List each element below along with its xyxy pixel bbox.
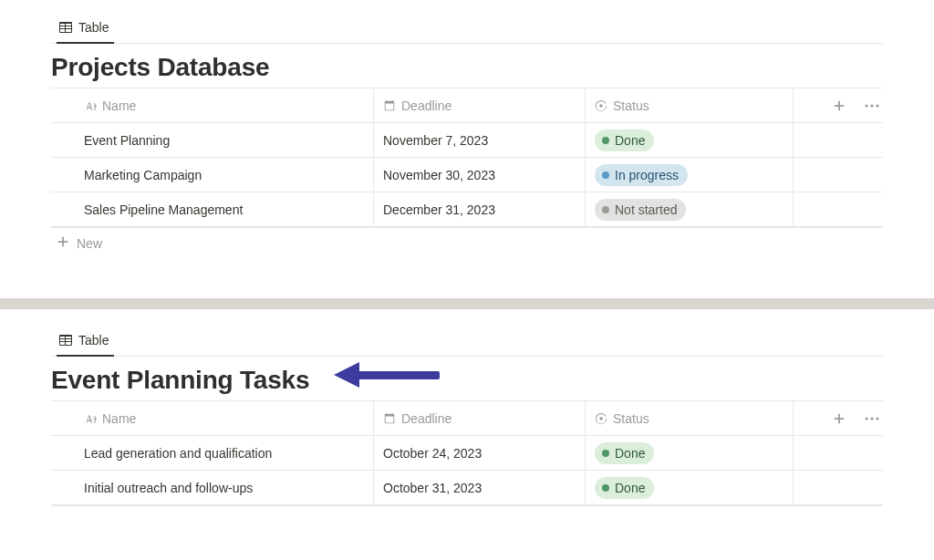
status-label: Done <box>615 131 645 150</box>
title-property-icon <box>84 412 97 425</box>
status-dot-icon <box>602 450 609 457</box>
cell-deadline[interactable]: December 31, 2023 <box>374 192 586 226</box>
cell-tail <box>794 471 883 504</box>
svg-marker-5 <box>334 362 359 388</box>
column-header-name-label: Name <box>102 411 136 426</box>
database-title[interactable]: Event Planning Tasks <box>51 366 309 395</box>
svg-point-6 <box>599 417 603 420</box>
svg-point-9 <box>876 417 878 420</box>
column-header-deadline-label: Deadline <box>401 411 451 426</box>
table-row[interactable]: Marketing Campaign November 30, 2023 In … <box>51 158 883 192</box>
cell-status[interactable]: In progress <box>586 158 794 192</box>
database-block-projects: Table Projects Database Name Deadline <box>0 15 934 260</box>
cell-deadline[interactable]: October 31, 2023 <box>374 471 586 504</box>
table-row[interactable]: Sales Pipeline Management December 31, 2… <box>51 192 883 227</box>
svg-point-7 <box>865 417 867 420</box>
status-label: Not started <box>615 201 677 219</box>
column-header-status-label: Status <box>613 411 649 426</box>
column-header-status-label: Status <box>613 99 649 113</box>
svg-rect-4 <box>352 371 440 379</box>
column-header-actions <box>794 88 883 122</box>
cell-deadline[interactable]: October 24, 2023 <box>374 436 586 470</box>
table-icon <box>58 20 73 35</box>
status-badge: Done <box>595 442 654 464</box>
svg-point-0 <box>599 104 603 108</box>
cell-name[interactable]: Lead generation and qualification <box>51 436 374 470</box>
view-tab-label: Table <box>78 20 109 35</box>
add-column-button[interactable] <box>828 95 850 117</box>
database-title[interactable]: Projects Database <box>51 53 883 82</box>
status-dot-icon <box>602 171 609 179</box>
cell-tail <box>794 123 883 157</box>
new-row-label: New <box>77 236 102 251</box>
column-header-name[interactable]: Name <box>51 401 374 435</box>
status-label: In progress <box>615 166 679 184</box>
svg-point-1 <box>865 104 867 107</box>
table-header-row: Name Deadline Status <box>51 401 883 436</box>
column-header-status[interactable]: Status <box>586 401 794 435</box>
table-row[interactable]: Lead generation and qualification Octobe… <box>51 436 883 471</box>
table-header-row: Name Deadline Status <box>51 88 883 123</box>
column-header-name[interactable]: Name <box>51 88 374 122</box>
status-icon <box>595 99 607 112</box>
add-column-button[interactable] <box>828 408 850 430</box>
table-more-button[interactable] <box>861 95 883 117</box>
cell-tail <box>794 436 883 470</box>
database-block-event-tasks: Table Event Planning Tasks Name <box>0 327 934 506</box>
cell-deadline[interactable]: November 30, 2023 <box>374 158 586 192</box>
svg-point-3 <box>876 104 878 107</box>
new-row-button[interactable]: New <box>51 228 883 260</box>
title-property-icon <box>84 99 97 112</box>
cell-deadline[interactable]: November 7, 2023 <box>374 123 586 157</box>
page: Table Projects Database Name Deadline <box>0 0 934 506</box>
table-icon <box>58 333 73 347</box>
cell-name[interactable]: Marketing Campaign <box>51 158 374 192</box>
table-more-button[interactable] <box>861 408 883 430</box>
status-dot-icon <box>602 484 609 492</box>
status-label: Done <box>615 479 645 497</box>
status-dot-icon <box>602 206 609 213</box>
cell-name[interactable]: Event Planning <box>51 123 374 157</box>
svg-point-2 <box>870 104 873 107</box>
plus-icon <box>57 235 69 251</box>
cell-status[interactable]: Done <box>586 436 794 470</box>
section-divider <box>0 298 934 309</box>
status-dot-icon <box>602 137 609 144</box>
column-header-deadline[interactable]: Deadline <box>374 401 586 435</box>
view-tab-label: Table <box>78 333 109 347</box>
column-header-deadline[interactable]: Deadline <box>374 88 586 122</box>
status-badge: Done <box>595 130 654 151</box>
calendar-icon <box>383 412 396 425</box>
cell-tail <box>794 158 883 192</box>
cell-status[interactable]: Done <box>586 471 794 504</box>
cell-status[interactable]: Not started <box>586 192 794 226</box>
event-tasks-table: Name Deadline Status <box>51 400 883 506</box>
column-header-status[interactable]: Status <box>586 88 794 122</box>
calendar-icon <box>383 99 396 112</box>
table-row[interactable]: Initial outreach and follow-ups October … <box>51 471 883 505</box>
cell-tail <box>794 192 883 226</box>
status-badge: Not started <box>595 199 686 221</box>
cell-status[interactable]: Done <box>586 123 794 157</box>
view-tabs: Table <box>51 15 883 44</box>
view-tab-table[interactable]: Table <box>57 327 114 357</box>
svg-point-8 <box>870 417 873 420</box>
cell-name[interactable]: Sales Pipeline Management <box>51 192 374 226</box>
column-header-actions <box>794 401 883 435</box>
annotation-arrow-icon <box>334 358 443 391</box>
view-tab-table[interactable]: Table <box>57 15 114 44</box>
projects-table: Name Deadline Status <box>51 88 883 228</box>
view-tabs: Table <box>51 327 883 357</box>
status-badge: Done <box>595 477 654 499</box>
status-icon <box>595 412 607 425</box>
status-badge: In progress <box>595 164 688 186</box>
column-header-deadline-label: Deadline <box>401 99 451 113</box>
status-label: Done <box>615 444 645 462</box>
column-header-name-label: Name <box>102 99 136 113</box>
table-row[interactable]: Event Planning November 7, 2023 Done <box>51 123 883 158</box>
cell-name[interactable]: Initial outreach and follow-ups <box>51 471 374 504</box>
